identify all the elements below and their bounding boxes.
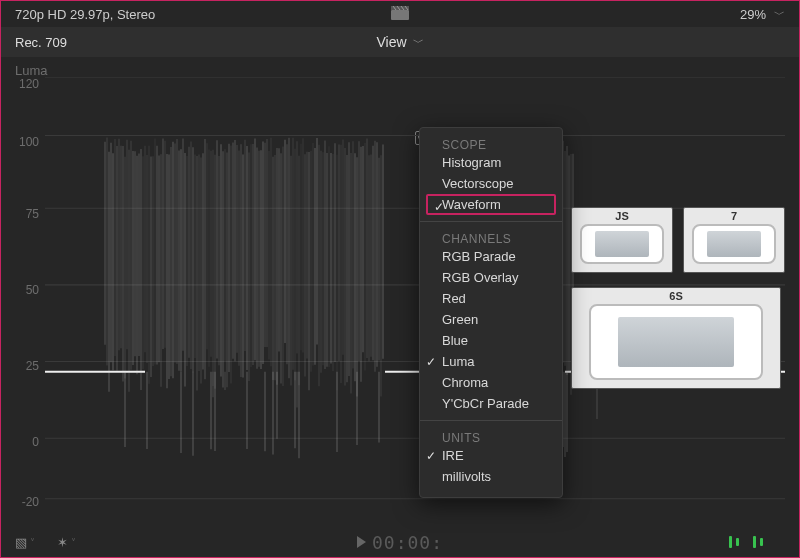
check-icon: ✓ [426, 449, 436, 463]
colorspace-label: Rec. 709 [15, 35, 67, 50]
topbar: 720p HD 29.97p, Stereo 29% ﹀ [1, 1, 799, 27]
zoom-value: 29% [740, 7, 766, 22]
menu-section-units: UNITS [420, 427, 562, 445]
playhead-control[interactable]: 00:00: [357, 532, 443, 553]
menu-item-ycbcr[interactable]: Y'CbCr Parade [420, 393, 562, 414]
chevron-down-icon: ﹀ [413, 35, 424, 50]
check-icon: ✓ [426, 355, 436, 369]
phone-icon [580, 224, 664, 264]
view-dropdown-menu: SCOPE Histogram Vectorscope ✓Waveform CH… [419, 127, 563, 498]
crop-tool-icon[interactable]: ▧˅ [15, 535, 35, 550]
y-tick: 25 [26, 359, 39, 373]
y-tick: -20 [22, 495, 39, 509]
menu-divider [420, 420, 562, 421]
menu-item-green[interactable]: Green [420, 309, 562, 330]
menu-item-vectorscope[interactable]: Vectorscope [420, 173, 562, 194]
chevron-down-icon: ﹀ [774, 7, 785, 22]
view-menu-button[interactable]: View ﹀ [376, 34, 423, 50]
menu-item-rgb-overlay[interactable]: RGB Overlay [420, 267, 562, 288]
menu-item-red[interactable]: Red [420, 288, 562, 309]
scope-body: Luma 120 100 75 50 25 0 -20 [1, 57, 799, 557]
menu-section-channels: CHANNELS [420, 228, 562, 246]
menu-divider [420, 221, 562, 222]
clip-thumbnail[interactable]: JS [571, 207, 673, 273]
menu-item-histogram[interactable]: Histogram [420, 152, 562, 173]
y-tick: 0 [32, 435, 39, 449]
menu-item-blue[interactable]: Blue [420, 330, 562, 351]
thumbnail-label: 6S [669, 290, 682, 302]
scope-toolbar: Rec. 709 View ﹀ [1, 27, 799, 57]
y-tick: 100 [19, 135, 39, 149]
menu-item-label: Luma [442, 354, 475, 369]
scope-title: Luma [15, 63, 48, 78]
y-tick: 50 [26, 283, 39, 297]
timecode-label: 00:00: [372, 532, 443, 553]
play-icon [357, 536, 366, 548]
bottom-toolbar: ▧˅ ✶˅ 00:00: [1, 527, 799, 557]
y-tick: 120 [19, 77, 39, 91]
check-icon: ✓ [434, 200, 444, 214]
menu-item-rgb-parade[interactable]: RGB Parade [420, 246, 562, 267]
svg-rect-0 [391, 10, 409, 20]
y-tick: 75 [26, 207, 39, 221]
audio-meters-icon[interactable] [729, 536, 763, 548]
menu-item-label: IRE [442, 448, 464, 463]
clip-thumbnails: JS 7 6S [571, 207, 785, 403]
menu-item-waveform[interactable]: ✓Waveform [426, 194, 556, 215]
effects-tool-icon[interactable]: ✶˅ [57, 535, 76, 550]
phone-icon [589, 304, 764, 380]
menu-item-luma[interactable]: ✓Luma [420, 351, 562, 372]
thumbnail-label: JS [615, 210, 628, 222]
zoom-dropdown[interactable]: 29% ﹀ [740, 7, 785, 22]
phone-icon [692, 224, 776, 264]
menu-item-label: Waveform [442, 197, 501, 212]
app-window: 720p HD 29.97p, Stereo 29% ﹀ Rec. 709 Vi… [0, 0, 800, 558]
y-axis: 120 100 75 50 25 0 -20 [9, 77, 39, 517]
thumbnail-label: 7 [731, 210, 737, 222]
clip-thumbnail[interactable]: 6S [571, 287, 781, 389]
view-menu-label: View [376, 34, 406, 50]
format-label: 720p HD 29.97p, Stereo [15, 7, 155, 22]
clapperboard-icon[interactable] [391, 6, 409, 23]
menu-section-scope: SCOPE [420, 134, 562, 152]
clip-thumbnail[interactable]: 7 [683, 207, 785, 273]
menu-item-ire[interactable]: ✓IRE [420, 445, 562, 466]
menu-item-chroma[interactable]: Chroma [420, 372, 562, 393]
menu-item-millivolts[interactable]: millivolts [420, 466, 562, 487]
